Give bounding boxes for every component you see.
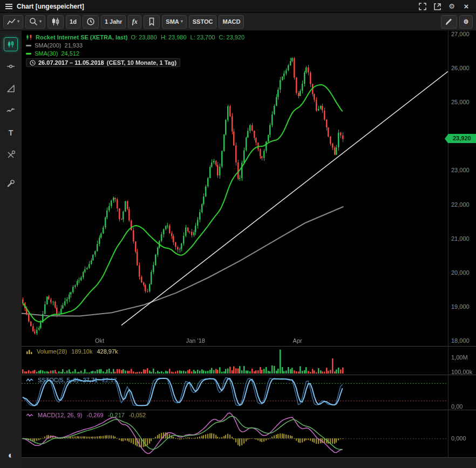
instrument-legend-row[interactable]: Rocket Internet SE (XETRA, last) O: 23,8… [26,34,248,40]
volume-legend[interactable]: Volume(28) 189,10k 428,97k [26,348,118,355]
chart-stack: Rocket Internet SE (XETRA, last) O: 23,8… [22,31,476,468]
range-button[interactable]: 1 Jahr [101,15,126,29]
titlebar-actions: ⚙ × [418,2,471,11]
y-tick-label: 23,000 [451,167,470,173]
macd-axis-label: 0,000 [451,435,466,442]
window-title: Chart [ungespeichert] [17,3,84,10]
zoom-button[interactable]: ▾ [25,15,45,29]
main-chart-legend: Rocket Internet SE (XETRA, last) O: 23,8… [26,34,248,67]
sma30-label: SMA(30) [35,50,58,57]
main-chart-panel: Rocket Internet SE (XETRA, last) O: 23,8… [22,31,476,346]
sma200-swatch [26,45,31,46]
tools-wrench[interactable] [4,177,18,191]
chart-settings-button[interactable]: ⚙ [459,15,473,29]
y-tick-label: 22,000 [451,201,470,208]
chart-panel-tool[interactable] [4,37,18,51]
macd-line-icon [26,413,33,417]
y-tick-label: 21,000 [451,235,470,242]
y-tick-label: 27,000 [451,31,470,37]
chart-window: Chart [ungespeichert] ⚙ × ▾ ▾ 1d 1 [0,0,476,468]
volume-label: Volume(28) [37,348,67,355]
date-range-suffix: (CEST, 10 Monate, 1 Tag) [107,59,176,66]
open-value: O: 23,880 [131,34,157,40]
x-tick-label: Okt [95,337,104,344]
macd-value-2: -0,217 [108,412,125,418]
y-tick-label: 26,000 [451,65,470,71]
low-value: L: 23,700 [191,34,215,40]
chevron-down-icon: ▾ [17,19,19,24]
sma30-swatch [26,53,31,55]
x-tick-label: Apr [293,337,302,344]
indicator-tool[interactable] [4,104,18,118]
macd-indicator-button[interactable]: MACD [219,15,244,29]
popout-icon[interactable] [433,2,441,11]
bottom-bar [22,457,476,468]
main-chart-canvas[interactable] [22,31,448,346]
sma200-legend-row[interactable]: SMA(200) 21,933 [26,42,248,49]
volume-panel: Volume(28) 189,10k 428,97k 1,00M 100,00k [22,346,476,375]
price-axis[interactable]: 27,00026,00025,00024,00023,00022,00021,0… [448,31,476,346]
macd-label: MACD(12, 26, 9) [38,412,83,418]
menu-icon[interactable] [5,4,12,9]
clock-icon [30,60,36,66]
chart-type-button[interactable]: ▾ [3,15,23,29]
sma200-label: SMA(200) [35,42,62,49]
chart-toolbar: ▾ ▾ 1d 1 Jahr fx SMA ▾ SSTOC MACD ⚙ [0,13,476,31]
sstoc-panel: SSTOC(5, 5, 3) 27,71 22,17 0,00 [22,375,476,410]
macd-value-3: -0,052 [129,412,146,418]
titlebar: Chart [ungespeichert] ⚙ × [0,0,476,13]
candlestick-icon [26,34,32,40]
sstoc-indicator-button[interactable]: SSTOC [189,15,217,29]
sma30-legend-row[interactable]: SMA(30) 24,512 [26,50,248,57]
macd-legend[interactable]: MACD(12, 26, 9) -0,269 -0,217 -0,052 [26,412,146,418]
date-range: 26.07.2017 – 11.05.2018 [38,59,104,66]
volume-value-2: 428,97k [97,348,118,355]
volume-bars-icon [26,349,32,354]
high-value: H: 23,980 [161,34,187,40]
y-tick-label: 25,000 [451,99,470,105]
theme-toggle-icon[interactable]: ◐ [4,449,18,463]
volume-axis-label: 1,00M [451,354,468,361]
sma30-value: 24,512 [61,50,79,57]
bookmark-button[interactable] [144,15,160,29]
interval-button[interactable]: 1d [66,15,80,29]
close-icon[interactable]: × [462,2,471,11]
sstoc-legend[interactable]: SSTOC(5, 5, 3) 27,71 22,17 [26,377,117,383]
macd-axis: 0,000 [448,410,476,457]
volume-value-1: 189,10k [71,348,92,355]
sstoc-axis: 0,00 [448,375,476,410]
sma-label: SMA [166,18,179,25]
y-tick-label: 20,000 [451,269,470,276]
close-value: C: 23,920 [219,34,244,40]
fullscreen-icon[interactable] [418,2,427,11]
horizontal-line-tool[interactable] [4,59,18,73]
sstoc-line-icon [26,378,33,382]
last-price-value: 23,920 [453,135,471,141]
volume-axis: 1,00M 100,00k [448,347,476,375]
ohlc-values: O: 23,880H: 23,980L: 23,700C: 23,920 [131,34,249,40]
sma200-value: 21,933 [65,42,83,49]
macd-value-1: -0,269 [87,412,104,418]
time-button[interactable] [83,15,99,29]
fx-icon: fx [132,18,138,26]
last-price-tag: 23,920 [448,134,476,143]
y-tick-label: 18,000 [451,337,470,344]
sstoc-axis-label: 0,00 [451,403,463,410]
settings-gear-icon[interactable]: ⚙ [447,2,456,11]
gear-icon: ⚙ [464,18,469,25]
date-range-row: 26.07.2017 – 11.05.2018 (CEST, 10 Monate… [26,58,248,67]
chevron-down-icon: ▾ [181,19,183,24]
chevron-down-icon: ▾ [39,19,42,24]
brush-button[interactable] [441,15,457,29]
tool-sidebar: T ◐ [0,31,22,468]
sstoc-value-2: 22,17 [102,377,117,383]
macd-panel: MACD(12, 26, 9) -0,269 -0,217 -0,052 0,0… [22,410,476,457]
pattern-tool[interactable] [4,148,18,162]
drawing-tool[interactable] [4,82,18,96]
x-tick-label: Jan '18 [186,337,205,344]
candle-style-button[interactable] [47,15,64,29]
fx-button[interactable]: fx [128,15,141,29]
sma-indicator-button[interactable]: SMA ▾ [162,15,186,29]
text-tool[interactable]: T [4,126,18,140]
sstoc-value-1: 27,71 [83,377,98,383]
